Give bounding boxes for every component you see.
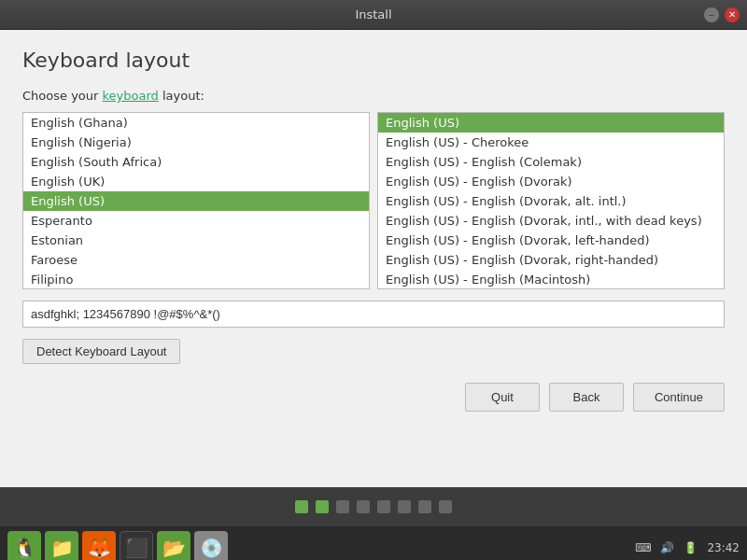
language-list-item[interactable]: Esperanto (23, 211, 369, 231)
volume-indicator: 🔊 (660, 541, 674, 554)
variant-list-item[interactable]: English (US) - English (Macintosh) (378, 270, 724, 289)
progress-dot-2 (336, 500, 349, 513)
instruction-text: Choose your keyboard layout: (22, 89, 725, 103)
page-title: Keyboard layout (22, 49, 725, 72)
titlebar-title: Install (355, 7, 391, 21)
terminal-icon[interactable]: ⬛ (120, 531, 153, 560)
variant-list-item[interactable]: English (US) - English (Dvorak) (378, 172, 724, 191)
battery-indicator: 🔋 (684, 541, 698, 554)
language-list-item[interactable]: English (Ghana) (23, 113, 369, 133)
variant-list-item[interactable]: English (US) - Cherokee (378, 133, 724, 152)
keyboard-highlight: keyboard (103, 89, 159, 103)
keyboard-test-input[interactable] (22, 301, 725, 328)
language-list[interactable]: English (Ghana)English (Nigeria)English … (22, 112, 370, 289)
language-list-item[interactable]: Faroese (23, 250, 369, 270)
titlebar-controls: – ✕ (704, 7, 740, 22)
close-button[interactable]: ✕ (725, 7, 740, 22)
progress-dot-4 (377, 500, 390, 513)
progress-dot-1 (316, 500, 329, 513)
variant-list-item[interactable]: English (US) - English (Colemak) (378, 152, 724, 172)
language-list-item[interactable]: English (Nigeria) (23, 133, 369, 152)
clock: 23:42 (707, 541, 740, 554)
keyboard-indicator: ⌨ (635, 541, 651, 554)
taskbar: 🐧📁🦊⬛📂💿 ⌨ 🔊 🔋 23:42 (0, 526, 747, 560)
language-list-item[interactable]: Estonian (23, 231, 369, 250)
titlebar: Install – ✕ (0, 0, 747, 30)
variant-list-item[interactable]: English (US) - English (Dvorak, intl., w… (378, 211, 724, 231)
lists-container: English (Ghana)English (Nigeria)English … (22, 112, 725, 289)
mint-icon[interactable]: 🐧 (7, 531, 41, 560)
continue-button[interactable]: Continue (633, 383, 725, 412)
detect-keyboard-button[interactable]: Detect Keyboard Layout (22, 339, 180, 364)
progress-dot-0 (295, 500, 308, 513)
files-icon[interactable]: 📁 (45, 531, 78, 560)
variant-list-item[interactable]: English (US) - English (Dvorak, right-ha… (378, 250, 724, 270)
quit-button[interactable]: Quit (465, 383, 540, 412)
progress-dot-7 (439, 500, 452, 513)
variant-list-item[interactable]: English (US) (378, 113, 724, 133)
main-window: Keyboard layout Choose your keyboard lay… (0, 30, 747, 487)
progress-dots (0, 487, 747, 526)
progress-dot-5 (398, 500, 411, 513)
progress-dot-6 (418, 500, 431, 513)
progress-dot-3 (357, 500, 370, 513)
minimize-button[interactable]: – (704, 7, 719, 22)
language-list-item[interactable]: English (UK) (23, 172, 369, 191)
files2-icon[interactable]: 📂 (157, 531, 190, 560)
variant-list-item[interactable]: English (US) - English (Dvorak, alt. int… (378, 191, 724, 211)
variant-list[interactable]: English (US)English (US) - CherokeeEngli… (377, 112, 725, 289)
disk-icon[interactable]: 💿 (194, 531, 228, 560)
back-button[interactable]: Back (549, 383, 624, 412)
language-list-item[interactable]: English (US) (23, 191, 369, 211)
taskbar-icons: 🐧📁🦊⬛📂💿 (7, 531, 228, 560)
variant-list-item[interactable]: English (US) - English (Dvorak, left-han… (378, 231, 724, 250)
bottom-action-bar: Quit Back Continue (22, 383, 725, 412)
language-list-item[interactable]: English (South Africa) (23, 152, 369, 172)
firefox-icon[interactable]: 🦊 (82, 531, 116, 560)
language-list-item[interactable]: Filipino (23, 270, 369, 289)
taskbar-right: ⌨ 🔊 🔋 23:42 (635, 541, 740, 554)
